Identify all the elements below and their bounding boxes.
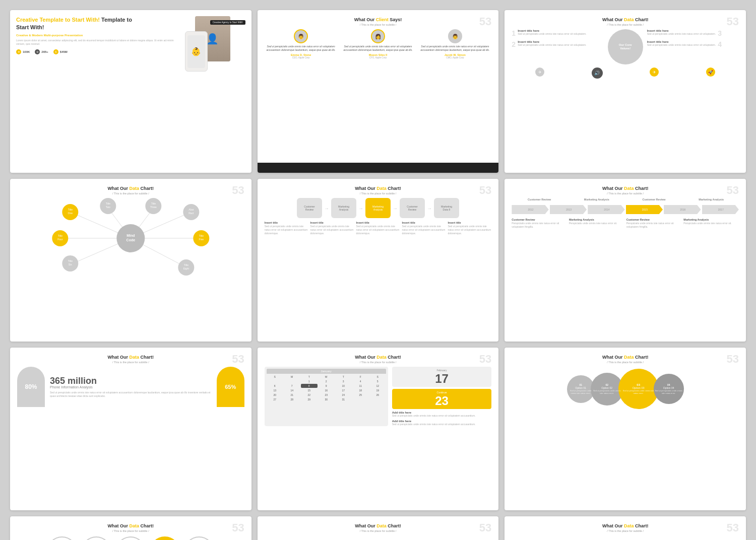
num-2: 2: [512, 40, 516, 48]
avatar-3: 👨: [448, 29, 462, 43]
value-1-text: Insert title here Sed ut perspiciatis un…: [518, 29, 586, 36]
value-1: 1 Insert title here Sed ut perspiciatis …: [512, 29, 603, 37]
d-24: 24: [335, 393, 352, 397]
avatar-1: 👨: [294, 29, 308, 43]
slide-options: 53 What Our Data Chart! / This is the pl…: [505, 348, 746, 510]
phone-screen: 👶: [187, 35, 205, 68]
day-t1: T: [301, 375, 318, 379]
d-7: 7: [284, 384, 300, 388]
arrow-4-yellow: 2015: [626, 205, 663, 214]
bottom-text: Customer Review Perspiciatis unde omnis …: [512, 218, 739, 229]
tl-label-4: Marketing Analysis: [683, 198, 739, 201]
pd-title-2: Insert title: [310, 221, 354, 224]
pd-title-4: Insert title: [402, 221, 446, 224]
slide-subtitle-7: / This is the place for subtitle /: [17, 361, 244, 364]
option-03: 03 Option 03 Sed ut perspiciatis unde om…: [618, 369, 659, 409]
proc-arrow-2: →: [358, 206, 363, 211]
value-3-text: Insert title here Sed ut perspiciatis un…: [647, 29, 716, 36]
val-body-2: Sed ut perspiciatis unde omnis iste natu…: [518, 43, 586, 47]
d-13: 13: [267, 388, 283, 392]
bt-4: Marketing Analysis Perspiciatis unde omn…: [683, 218, 739, 229]
testimonial-3: 👨 Sed ut perspiciatis unde omnis iste na…: [418, 29, 491, 59]
bt-title-2: Marketing Analysis: [569, 218, 624, 221]
num-3: 3: [718, 29, 722, 37]
proc-1: CustomerReview: [297, 198, 322, 218]
svg-text:Four: Four: [57, 238, 63, 241]
testimonial-2: 👩 Sed ut perspiciatis unde omnis iste na…: [342, 29, 415, 59]
d-20: 20: [267, 393, 283, 397]
head-silhouette: 65%: [217, 367, 244, 407]
svg-text:Title: Title: [68, 259, 73, 262]
bt-2: Marketing Analysis Perspiciatis unde omn…: [569, 218, 624, 229]
options-circles-row: 01 Option 01 Sed ut perspiciatis unde om…: [512, 369, 739, 409]
quote-1: Sed ut perspiciatis unde omnis iste natu…: [265, 45, 338, 52]
icon-4: 🚀: [706, 68, 715, 77]
pd-body-5: Sed ut perspiciatis unde omnis iste natu…: [448, 225, 491, 235]
slide-subtitle-10: / This is the place for subtitle /: [17, 529, 244, 532]
cal-month-header: January: [267, 369, 386, 374]
slide-number-4: 53: [232, 184, 244, 197]
slide-subtitle-3: / This is the place for subtitle /: [512, 23, 739, 26]
pyramid-layout: Insert Insert Insert Insert Insert title…: [512, 535, 739, 540]
svg-text:Five: Five: [199, 238, 204, 241]
pyramid-svg: Insert Insert Insert Insert: [512, 535, 577, 540]
bt-1: Customer Review Perspiciatis unde omnis …: [512, 218, 567, 229]
slide-subtitle-8: / This is the place for subtitle /: [265, 361, 492, 364]
slide-calendar: 53 What Our Data Chart! / This is the pl…: [258, 348, 499, 510]
opt-03-desc: Sed ut perspiciatis unde omnis iste natu…: [618, 389, 659, 394]
d-31: 31: [335, 397, 352, 401]
svg-text:Two: Two: [106, 206, 110, 209]
d-18: 18: [352, 388, 369, 392]
slide-subtitle-4: / This is the place for subtitle /: [17, 192, 244, 195]
conn-c-2: Insert title: [81, 536, 111, 540]
circles-row: Insert title → Insert title → Insert tit…: [17, 536, 244, 540]
svg-text:Title: Title: [151, 202, 156, 205]
slide-number-11: 53: [479, 521, 491, 534]
core-values-layout: 1 Insert title here Sed ut perspiciatis …: [512, 29, 739, 64]
slide-mind-map: 53 What Our Data Chart! / This is the pl…: [10, 179, 251, 342]
big-stat-number: 365 million: [50, 376, 212, 385]
slide-number-3: 53: [727, 15, 739, 28]
slide-tree: 53 What Our Data Chart! / This is the pl…: [258, 516, 499, 540]
slides-grid: Creative Template to Start With! Templat…: [10, 10, 746, 540]
add-b1: Sed ut perspiciatis unde omnis iste natu…: [392, 414, 492, 418]
svg-text:Six: Six: [69, 263, 72, 266]
mind-map-svg: Mind Code Title One Title Two Title Thre…: [17, 198, 244, 279]
d-2: 2: [318, 379, 335, 383]
d-15: 15: [301, 388, 318, 392]
slide-number-10: 53: [232, 521, 244, 534]
d-30: 30: [318, 397, 335, 401]
tl-1: Customer Review: [512, 198, 567, 201]
slide-number-7: 53: [232, 353, 244, 366]
slide-main-title: Creative Template to Start With! Templat…: [16, 16, 176, 32]
value-4: Insert title here Sed ut perspiciatis un…: [647, 40, 739, 48]
slide-right: 👤 Creative Agency to Start With! 👶: [180, 16, 245, 72]
value-4-text: Insert title here Sed ut perspiciatis un…: [647, 40, 716, 47]
arrow-3: 2014: [588, 205, 624, 214]
tl-label-3: Customer Review: [626, 198, 682, 201]
stats-body: Sed ut perspiciatis unde omnis iste natu…: [50, 391, 212, 398]
proc-arrow-3: →: [393, 206, 398, 211]
phone-mockup: 👶: [185, 31, 208, 72]
stat-2: ⚙ 265+: [35, 49, 48, 54]
pd-body-1: Sed ut perspiciatis unde omnis iste natu…: [265, 225, 308, 235]
pd-title-3: Insert title: [356, 221, 400, 224]
slide-subtitle-6: / This is the place for subtitle /: [512, 192, 739, 195]
arrow-row: 2012 2013 2014 2015 2016 2017: [512, 205, 739, 214]
d-5: 5: [369, 379, 386, 383]
d-26: 26: [369, 393, 386, 397]
slide-timeline: 53 What Our Data Chart! / This is the pl…: [505, 179, 746, 342]
d-6: 6: [267, 384, 283, 388]
title-accent: Creative Template to Start With!: [16, 17, 100, 23]
right-values: Insert title here Sed ut perspiciatis un…: [647, 29, 739, 64]
slide-client-says: 53 What Our Client Says! / This is the p…: [258, 10, 499, 173]
left-values: 1 Insert title here Sed ut perspiciatis …: [512, 29, 603, 64]
opt-04-desc: Sed ut perspiciatis unde omnis iste natu…: [654, 389, 684, 394]
d-27: 27: [267, 397, 283, 401]
add-title-1: Add title here Sed ut perspiciatis unde …: [392, 411, 492, 418]
tl-label-1: Customer Review: [512, 198, 567, 201]
stat-value-2: 265+: [41, 50, 48, 53]
cta-button[interactable]: Creative Agency to Start With!: [210, 20, 245, 25]
core-circle: Our CoreValues!: [608, 29, 643, 64]
proc-desc-5: Insert title Sed ut perspiciatis unde om…: [448, 221, 491, 235]
